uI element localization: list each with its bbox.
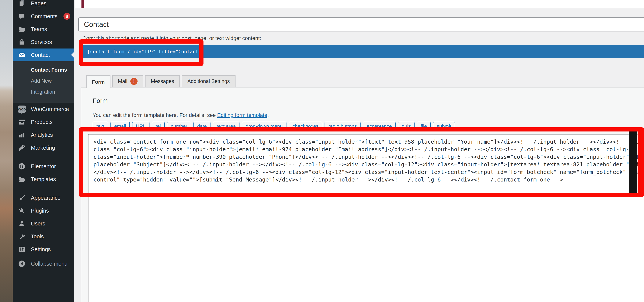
sidebar-item-users[interactable]: Users (13, 217, 74, 230)
sidebar-item-services[interactable]: Services (13, 36, 74, 48)
admin-content: Contact Copy this shortcode and paste it… (74, 0, 644, 302)
comment-bubble-icon (18, 12, 26, 20)
megaphone-icon (18, 144, 26, 152)
sidebar-item-label: Tools (31, 234, 44, 240)
sidebar-item-label: WooCommerce (31, 106, 69, 112)
sidebar-item-label: Pages (31, 0, 46, 7)
annotation-rectangle-shortcode (79, 40, 204, 66)
sidebar-item-label: Teams (31, 26, 47, 32)
elementor-icon (18, 162, 26, 170)
sidebar-item-marketing[interactable]: Marketing (13, 141, 74, 154)
collapse-arrow-icon (18, 260, 26, 268)
sliders-icon (18, 245, 26, 254)
description-period: . (267, 112, 269, 118)
sidebar-item-label: Products (31, 119, 52, 125)
envelope-icon (18, 51, 26, 59)
sidebar-item-pages[interactable]: Pages (13, 0, 74, 10)
sidebar-separator (13, 256, 74, 257)
sidebar-item-collapse-menu[interactable]: Collapse menu (13, 257, 74, 270)
form-title-input[interactable]: Contact (78, 18, 644, 32)
editor-tabs: Form Mail ! Messages Additional Settings (86, 76, 236, 88)
shopping-bag-icon (18, 38, 26, 46)
woocommerce-icon: Woo (18, 105, 26, 113)
submenu-item-add-new[interactable]: Add New (13, 76, 74, 86)
sidebar-item-label: Users (31, 220, 45, 227)
wordpress-admin-screen: Pages Comments 8 Teams Services Co (0, 0, 644, 302)
sidebar-separator (13, 154, 74, 160)
submenu-item-contact-forms[interactable]: Contact Forms (13, 64, 74, 76)
sidebar-item-label: Plugins (31, 208, 49, 214)
sidebar-item-label: Templates (31, 176, 56, 182)
tab-messages[interactable]: Messages (145, 76, 180, 87)
comments-count-badge: 8 (64, 13, 70, 20)
annotation-rectangle-form-template (79, 127, 644, 197)
sidebar-item-woocommerce[interactable]: Woo WooCommerce (13, 103, 74, 116)
sidebar-item-appearance[interactable]: Appearance (13, 191, 74, 204)
sidebar-item-comments[interactable]: Comments 8 (13, 10, 74, 23)
description-text: You can edit the form template here. For… (93, 112, 217, 118)
admin-sidebar: Pages Comments 8 Teams Services Co (13, 0, 74, 302)
sidebar-item-label: Services (31, 39, 52, 45)
bar-chart-icon (18, 131, 26, 139)
sidebar-item-teams[interactable]: Teams (13, 23, 74, 36)
tab-additional-settings[interactable]: Additional Settings (182, 76, 236, 87)
sidebar-item-label: Elementor (31, 163, 56, 170)
sidebar-item-label: Comments (31, 13, 58, 20)
sidebar-item-templates[interactable]: Templates (13, 173, 74, 186)
sidebar-item-analytics[interactable]: Analytics (13, 128, 74, 141)
box-icon (18, 118, 26, 126)
panel-heading: Form (93, 97, 108, 104)
open-folder-icon (18, 175, 26, 184)
folder-icon (18, 25, 26, 33)
sidebar-item-elementor[interactable]: Elementor (13, 160, 74, 173)
wrench-icon (18, 232, 26, 240)
tab-mail[interactable]: Mail ! (112, 76, 144, 87)
desktop-background-image (0, 0, 13, 302)
sidebar-item-label: Marketing (31, 145, 55, 151)
mail-warning-badge: ! (130, 78, 138, 85)
sidebar-item-label: Appearance (31, 195, 60, 201)
sidebar-item-label: Collapse menu (31, 261, 68, 267)
sidebar-item-contact[interactable]: Contact (13, 48, 74, 62)
paintbrush-icon (18, 194, 26, 202)
submenu-item-integration[interactable]: Integration (13, 86, 74, 98)
sidebar-item-plugins[interactable]: Plugins (13, 204, 74, 217)
panel-description: You can edit the form template here. For… (93, 112, 269, 118)
sidebar-item-settings[interactable]: Settings (13, 243, 74, 256)
plug-icon (18, 206, 26, 215)
sidebar-item-label: Contact (31, 52, 50, 58)
top-cropped-panel (75, 0, 644, 8)
tab-label: Mail (118, 78, 128, 84)
tab-label: Form (92, 79, 105, 85)
tab-form[interactable]: Form (86, 76, 110, 88)
form-title-value: Contact (84, 20, 109, 28)
top-cropped-red-marker (82, 0, 84, 8)
sidebar-item-label: Analytics (31, 132, 53, 138)
pages-icon (18, 0, 26, 8)
sidebar-item-tools[interactable]: Tools (13, 230, 74, 243)
contact-submenu: Contact Forms Add New Integration (13, 62, 74, 103)
tab-label: Additional Settings (188, 78, 230, 84)
user-icon (18, 220, 26, 228)
sidebar-item-products[interactable]: Products (13, 116, 74, 128)
sidebar-item-label: Settings (31, 246, 51, 252)
sidebar-separator (13, 186, 74, 191)
tab-label: Messages (151, 78, 174, 84)
editing-form-template-link[interactable]: Editing form template (217, 112, 267, 118)
